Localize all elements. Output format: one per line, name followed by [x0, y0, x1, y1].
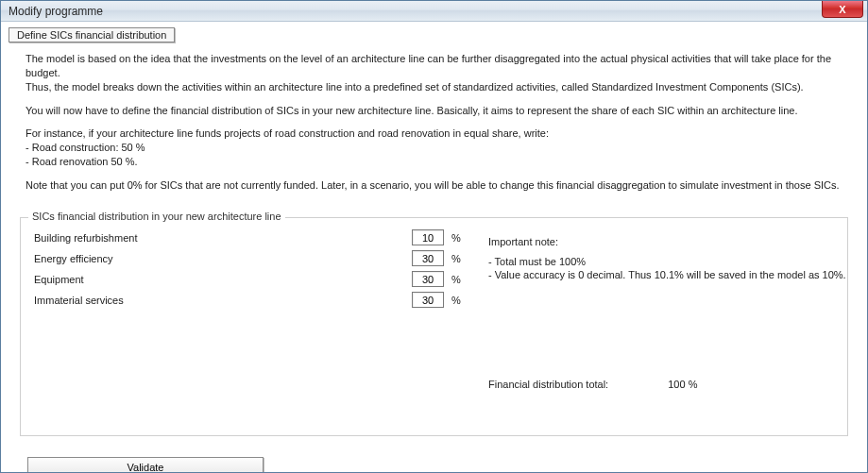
tab-row: Define SICs financial distribution — [9, 27, 859, 42]
percent-sign: % — [444, 295, 461, 306]
note-line: - Value accuracy is 0 decimal. Thus 10.1… — [488, 268, 847, 282]
validate-button[interactable]: Validate — [27, 457, 264, 472]
percent-sign: % — [444, 274, 461, 285]
note-line: - Total must be 100% — [488, 255, 847, 269]
total-value: 100 % — [668, 379, 697, 390]
sic-label: Building refurbishment — [34, 232, 412, 244]
desc-line: You will now have to define the financia… — [26, 104, 842, 118]
note-title: Important note: — [488, 235, 847, 249]
sic-value-input[interactable] — [412, 271, 444, 287]
important-note: Important note: - Total must be 100% - V… — [488, 235, 847, 283]
title-bar: Modify programme X — [1, 1, 867, 22]
content-area: Define SICs financial distribution The m… — [1, 22, 867, 472]
total-line: Financial distribution total: 100 % — [488, 379, 697, 390]
description-block: The model is based on the idea that the … — [9, 48, 859, 211]
desc-line: The model is based on the idea that the … — [26, 52, 842, 80]
percent-sign: % — [444, 253, 461, 264]
close-icon: X — [839, 4, 845, 15]
total-label: Financial distribution total: — [488, 379, 608, 390]
fieldset-legend: SICs financial distribution in your new … — [28, 211, 285, 222]
sics-fieldset: SICs financial distribution in your new … — [20, 217, 848, 436]
sic-value-input[interactable] — [412, 292, 444, 308]
desc-line: Thus, the model breaks down the activiti… — [26, 80, 842, 94]
desc-line: - Road construction: 50 % — [26, 141, 842, 155]
window-frame: Modify programme X Define SICs financial… — [0, 0, 868, 473]
desc-line: For instance, if your architecture line … — [26, 127, 842, 141]
validate-area: Validate — [27, 457, 859, 472]
tab-define-sics[interactable]: Define SICs financial distribution — [9, 27, 175, 42]
sic-label: Immaterial services — [34, 295, 412, 306]
close-button[interactable]: X — [822, 1, 863, 18]
desc-line: Note that you can put 0% for SICs that a… — [26, 178, 842, 193]
sic-label: Energy efficiency — [34, 253, 412, 264]
sic-value-input[interactable] — [412, 229, 444, 245]
desc-line: - Road renovation 50 %. — [26, 155, 842, 169]
window-title: Modify programme — [1, 5, 103, 18]
sic-label: Equipment — [34, 274, 412, 285]
sic-row: Immaterial services % — [34, 290, 834, 311]
percent-sign: % — [444, 232, 461, 244]
sic-value-input[interactable] — [412, 250, 444, 266]
